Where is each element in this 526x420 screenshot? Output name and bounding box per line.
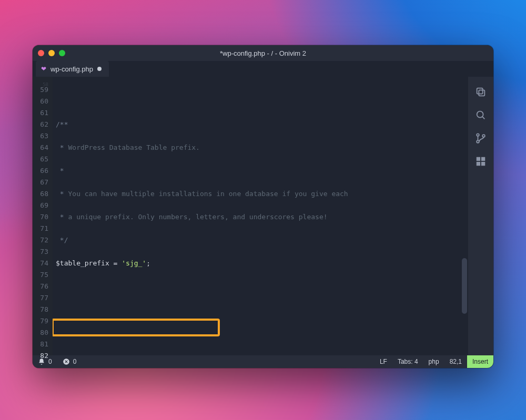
tab-label: wp-config.php bbox=[50, 65, 93, 73]
activity-bar bbox=[468, 77, 493, 355]
svg-point-4 bbox=[477, 134, 479, 136]
svg-rect-10 bbox=[481, 162, 485, 166]
svg-rect-7 bbox=[477, 157, 480, 161]
error-icon bbox=[63, 358, 70, 365]
svg-rect-8 bbox=[481, 157, 485, 161]
svg-point-6 bbox=[482, 135, 485, 137]
svg-rect-9 bbox=[477, 162, 480, 166]
editor[interactable]: 58 59 60 61 62 63 64 65 66 67 68 69 70 7… bbox=[33, 77, 468, 355]
svg-rect-1 bbox=[477, 88, 483, 94]
git-branch-icon[interactable] bbox=[475, 132, 487, 144]
tab-strip: ❤ wp-config.php bbox=[33, 61, 493, 77]
svg-point-5 bbox=[477, 140, 479, 143]
svg-line-3 bbox=[482, 117, 484, 119]
copy-icon[interactable] bbox=[475, 86, 487, 98]
line-ending[interactable]: LF bbox=[375, 355, 392, 368]
php-file-icon: ❤ bbox=[41, 65, 46, 73]
editor-scrollbar[interactable] bbox=[461, 77, 468, 355]
line-number-gutter: 58 59 60 61 62 63 64 65 66 67 68 69 70 7… bbox=[33, 77, 53, 355]
problems-button[interactable]: 0 bbox=[57, 355, 82, 368]
error-count: 0 bbox=[73, 358, 77, 365]
svg-rect-0 bbox=[479, 90, 484, 96]
titlebar: *wp-config.php - / - Onivim 2 bbox=[33, 45, 493, 61]
svg-point-2 bbox=[477, 111, 483, 118]
grid-icon[interactable] bbox=[475, 156, 487, 167]
indentation[interactable]: Tabs: 4 bbox=[392, 355, 423, 368]
cursor-position[interactable]: 82,1 bbox=[444, 355, 467, 368]
vim-mode: Insert bbox=[467, 355, 493, 368]
window-title: *wp-config.php - / - Onivim 2 bbox=[33, 49, 493, 57]
scrollbar-thumb[interactable] bbox=[462, 258, 467, 314]
language-mode[interactable]: php bbox=[423, 355, 444, 368]
editor-window: *wp-config.php - / - Onivim 2 ❤ wp-confi… bbox=[33, 45, 493, 368]
code-area[interactable]: /** * WordPress Database Table prefix. *… bbox=[53, 77, 468, 355]
search-icon[interactable] bbox=[475, 109, 487, 121]
tab-wp-config[interactable]: ❤ wp-config.php bbox=[36, 61, 109, 77]
modified-indicator-icon bbox=[97, 67, 102, 71]
status-bar: 0 0 LF Tabs: 4 php 82,1 Insert bbox=[33, 355, 493, 368]
